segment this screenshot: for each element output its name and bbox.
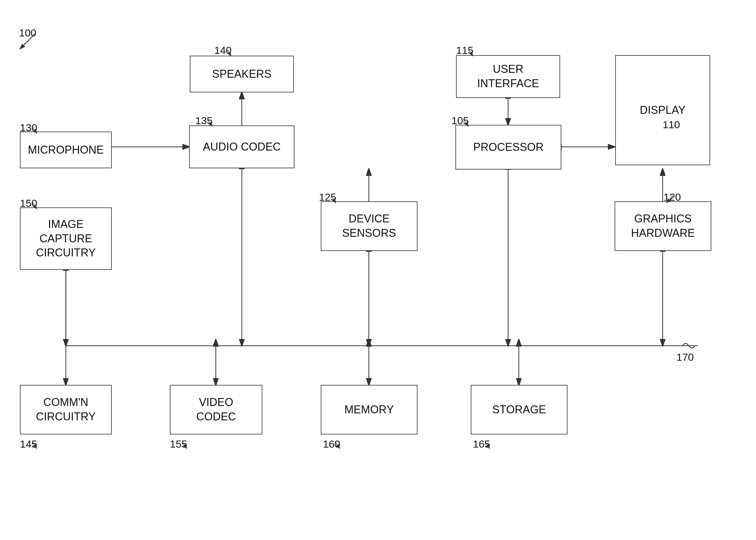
ref-105-arrow	[461, 118, 473, 128]
block-storage: STORAGE	[471, 385, 567, 435]
svg-line-40	[182, 442, 187, 449]
ref-130-arrow	[29, 125, 41, 136]
svg-line-36	[667, 196, 673, 203]
ref-150-arrow	[29, 201, 41, 211]
block-processor: PROCESSOR	[455, 125, 561, 170]
ref-165-arrow	[482, 440, 494, 451]
svg-line-26	[32, 126, 37, 133]
block-speakers: SPEAKERS	[190, 56, 294, 92]
block-display: DISPLAY	[615, 55, 710, 165]
ref-125-arrow	[328, 194, 340, 205]
ref-160-arrow	[332, 440, 344, 451]
ref-155-arrow	[179, 440, 191, 451]
ref-170: 170	[677, 351, 694, 363]
svg-line-38	[32, 442, 37, 449]
block-diagram: SPEAKERS USERINTERFACE DISPLAY MICROPHON…	[0, 0, 756, 540]
svg-line-30	[464, 119, 468, 126]
svg-line-20	[20, 34, 35, 49]
ref-135-arrow	[205, 118, 217, 128]
block-video-codec: VIDEOCODEC	[170, 385, 262, 435]
block-audio-codec: AUDIO CODEC	[189, 125, 294, 168]
block-memory: MEMORY	[321, 385, 417, 435]
svg-line-34	[331, 196, 336, 203]
ref-115-arrow	[465, 48, 478, 58]
ref-100-arrow	[17, 31, 41, 55]
svg-line-42	[335, 442, 340, 449]
svg-line-32	[32, 202, 37, 209]
svg-line-24	[468, 49, 473, 56]
ref-120-arrow	[664, 194, 679, 205]
block-microphone: MICROPHONE	[20, 132, 112, 168]
block-comm-circuitry: COMM'NCIRCUITRY	[20, 385, 112, 435]
svg-line-22	[227, 49, 231, 56]
block-user-interface: USERINTERFACE	[456, 55, 560, 98]
svg-line-28	[208, 119, 212, 126]
ref-140-arrow	[224, 48, 236, 58]
block-device-sensors: DEVICESENSORS	[321, 201, 417, 251]
ref-110: 110	[663, 119, 680, 131]
ref-145-arrow	[29, 440, 41, 451]
block-graphics-hw: GRAPHICSHARDWARE	[615, 201, 711, 251]
block-image-capture: IMAGECAPTURECIRCUITRY	[20, 207, 112, 270]
svg-line-44	[485, 442, 490, 449]
